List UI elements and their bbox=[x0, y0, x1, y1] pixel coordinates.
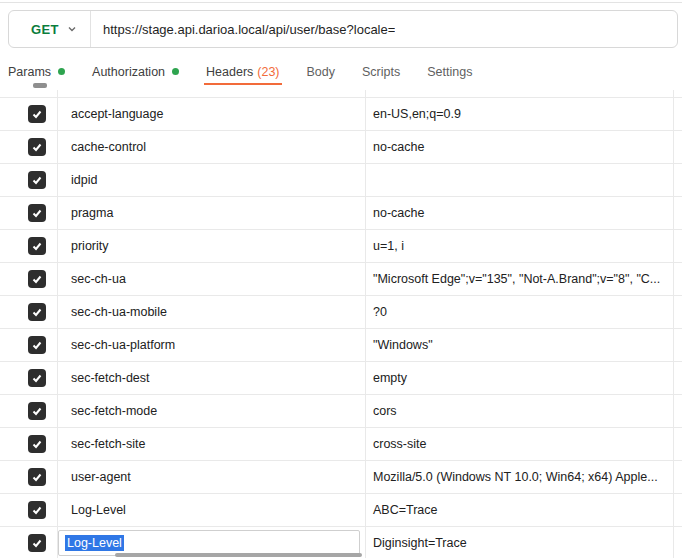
header-key-cell[interactable]: user-agent bbox=[57, 470, 365, 484]
header-row: sec-ch-ua-mobile ?0 bbox=[0, 295, 682, 328]
header-checkbox-cell bbox=[0, 138, 57, 156]
header-checkbox-cell bbox=[0, 435, 57, 453]
authorization-active-dot bbox=[172, 68, 179, 75]
header-key-cell[interactable]: sec-ch-ua-platform bbox=[57, 338, 365, 352]
header-enabled-checkbox[interactable] bbox=[28, 402, 46, 420]
check-icon bbox=[31, 339, 43, 351]
tab-settings[interactable]: Settings bbox=[427, 56, 472, 87]
header-key-cell[interactable]: accept-language bbox=[57, 107, 365, 121]
header-enabled-checkbox[interactable] bbox=[28, 270, 46, 288]
header-key: accept-language bbox=[71, 107, 163, 121]
header-key-cell[interactable]: cache-control bbox=[57, 140, 365, 154]
params-active-dot bbox=[58, 68, 65, 75]
header-key: cache-control bbox=[71, 140, 146, 154]
header-key-cell[interactable]: sec-fetch-dest bbox=[57, 371, 365, 385]
check-icon bbox=[31, 537, 43, 549]
header-value[interactable]: cors bbox=[365, 404, 682, 418]
header-key-cell[interactable]: idpid bbox=[57, 173, 365, 187]
header-enabled-checkbox[interactable] bbox=[28, 369, 46, 387]
header-value[interactable]: en-US,en;q=0.9 bbox=[365, 107, 682, 121]
header-key-cell[interactable]: sec-fetch-mode bbox=[57, 404, 365, 418]
check-icon bbox=[31, 240, 43, 252]
header-key-cell[interactable]: sec-ch-ua bbox=[57, 272, 365, 286]
header-checkbox-cell bbox=[0, 237, 57, 255]
header-key-cell[interactable]: pragma bbox=[57, 206, 365, 220]
header-row: idpid bbox=[0, 163, 682, 196]
header-value[interactable]: ABC=Trace bbox=[365, 503, 682, 517]
header-value[interactable]: no-cache bbox=[365, 140, 682, 154]
api-client-window: GET https://stage.api.darioa.local/api/u… bbox=[0, 0, 682, 558]
header-enabled-checkbox[interactable] bbox=[28, 468, 46, 486]
request-url-bar: GET https://stage.api.darioa.local/api/u… bbox=[8, 10, 678, 48]
header-enabled-checkbox[interactable] bbox=[28, 534, 46, 552]
header-checkbox-cell bbox=[0, 369, 57, 387]
header-enabled-checkbox[interactable] bbox=[28, 171, 46, 189]
check-icon bbox=[31, 405, 43, 417]
header-enabled-checkbox[interactable] bbox=[28, 303, 46, 321]
header-checkbox-cell bbox=[0, 303, 57, 321]
header-row: accept-language en-US,en;q=0.9 bbox=[0, 97, 682, 130]
horizontal-scrollbar-thumb[interactable] bbox=[115, 553, 362, 557]
check-icon bbox=[31, 273, 43, 285]
header-value[interactable]: empty bbox=[365, 371, 682, 385]
header-enabled-checkbox[interactable] bbox=[28, 435, 46, 453]
check-icon bbox=[31, 108, 43, 120]
header-value[interactable]: Diginsight=Trace bbox=[365, 536, 682, 550]
header-row: sec-fetch-mode cors bbox=[0, 394, 682, 427]
header-checkbox-cell bbox=[0, 105, 57, 123]
header-key-cell[interactable]: sec-ch-ua-mobile bbox=[57, 305, 365, 319]
header-enabled-checkbox[interactable] bbox=[28, 501, 46, 519]
tab-headers[interactable]: Headers (23) bbox=[206, 56, 279, 87]
window-top-divider bbox=[0, 2, 682, 3]
header-value[interactable]: no-cache bbox=[365, 206, 682, 220]
header-checkbox-cell bbox=[0, 468, 57, 486]
header-checkbox-cell bbox=[0, 402, 57, 420]
header-checkbox-cell bbox=[0, 501, 57, 519]
header-key: sec-fetch-dest bbox=[71, 371, 150, 385]
tab-scripts[interactable]: Scripts bbox=[362, 56, 400, 87]
header-value[interactable]: "Microsoft Edge";v="135", "Not-A.Brand";… bbox=[365, 272, 682, 286]
header-checkbox-cell bbox=[0, 336, 57, 354]
header-key: sec-ch-ua-platform bbox=[71, 338, 175, 352]
header-value[interactable]: u=1, i bbox=[365, 239, 682, 253]
tab-body-label: Body bbox=[307, 65, 336, 79]
header-enabled-checkbox[interactable] bbox=[28, 204, 46, 222]
header-checkbox-cell bbox=[0, 270, 57, 288]
check-icon bbox=[31, 372, 43, 384]
header-row: user-agent Mozilla/5.0 (Windows NT 10.0;… bbox=[0, 460, 682, 493]
header-row: cache-control no-cache bbox=[0, 130, 682, 163]
partial-row-checkbox[interactable] bbox=[33, 83, 47, 88]
check-icon bbox=[31, 471, 43, 483]
header-key: sec-ch-ua bbox=[71, 272, 126, 286]
header-row: pragma no-cache bbox=[0, 196, 682, 229]
header-value[interactable]: ?0 bbox=[365, 305, 682, 319]
header-key: sec-fetch-site bbox=[71, 437, 145, 451]
header-enabled-checkbox[interactable] bbox=[28, 138, 46, 156]
header-checkbox-cell bbox=[0, 534, 57, 552]
request-tabs: Params Authorization Headers (23) Body S… bbox=[0, 56, 682, 87]
url-input[interactable]: https://stage.api.darioa.local/api/user/… bbox=[91, 22, 395, 37]
tab-authorization[interactable]: Authorization bbox=[92, 56, 179, 87]
header-key: priority bbox=[71, 239, 109, 253]
method-selector[interactable]: GET bbox=[9, 11, 91, 47]
check-icon bbox=[31, 504, 43, 516]
tab-scripts-label: Scripts bbox=[362, 65, 400, 79]
header-value[interactable]: Mozilla/5.0 (Windows NT 10.0; Win64; x64… bbox=[365, 470, 682, 484]
header-key-cell[interactable]: priority bbox=[57, 239, 365, 253]
tab-body[interactable]: Body bbox=[307, 56, 336, 87]
header-row: sec-fetch-dest empty bbox=[0, 361, 682, 394]
header-value[interactable]: cross-site bbox=[365, 437, 682, 451]
header-key-cell[interactable]: sec-fetch-site bbox=[57, 437, 365, 451]
header-enabled-checkbox[interactable] bbox=[28, 105, 46, 123]
header-key: pragma bbox=[71, 206, 113, 220]
check-icon bbox=[31, 141, 43, 153]
header-enabled-checkbox[interactable] bbox=[28, 237, 46, 255]
header-key-cell[interactable]: Log-Level bbox=[57, 503, 365, 517]
header-checkbox-cell bbox=[0, 171, 57, 189]
header-key: idpid bbox=[71, 173, 97, 187]
tab-params-label: Params bbox=[8, 65, 51, 79]
header-enabled-checkbox[interactable] bbox=[28, 336, 46, 354]
header-row: sec-ch-ua-platform "Windows" bbox=[0, 328, 682, 361]
header-row: sec-fetch-site cross-site bbox=[0, 427, 682, 460]
header-value[interactable]: "Windows" bbox=[365, 338, 682, 352]
